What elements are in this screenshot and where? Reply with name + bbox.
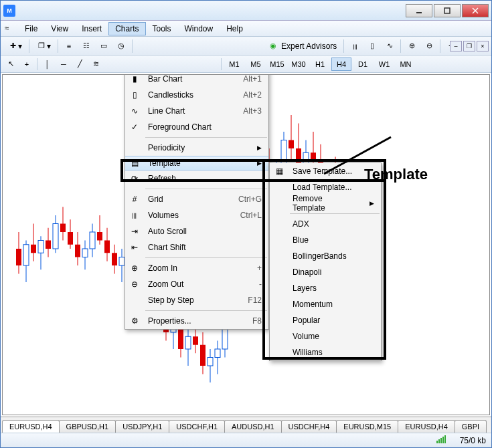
template-menu-item-dinapoli[interactable]: Dinapoli: [270, 264, 381, 280]
zoom-out-button[interactable]: ⊖: [421, 39, 437, 53]
volume-icon: ⫼: [125, 211, 144, 220]
template-menu-item-popular[interactable]: Popular: [270, 312, 381, 328]
minimize-button[interactable]: [406, 4, 432, 17]
menu-item-label: Remove Template: [289, 194, 356, 213]
menu-window[interactable]: Window: [178, 22, 220, 35]
chart-tab[interactable]: USDCHF,H1: [169, 420, 225, 433]
menu-item-label: Properties...: [144, 316, 239, 326]
trendline-button[interactable]: ╱: [72, 58, 87, 71]
mdi-minimize-button[interactable]: –: [450, 41, 462, 51]
toolbar-drawing: ↖ + │ ─ ╱ ≋ M1M5M15M30H1H4D1W1MN: [1, 55, 491, 73]
doc-icon: ≈: [5, 23, 15, 34]
vline-button[interactable]: │: [40, 58, 55, 71]
menu-item-shortcut: Ctrl+L: [227, 211, 262, 220]
menu-tools[interactable]: Tools: [146, 22, 178, 35]
chart-tab[interactable]: EURUSD,H4: [398, 420, 455, 433]
bar-chart-button[interactable]: ⫼: [347, 39, 363, 53]
charts-menu-item-bar-chart[interactable]: ▮Bar ChartAlt+1: [125, 74, 268, 87]
new-chart-button[interactable]: ✚▾: [3, 39, 26, 53]
template-menu-item-williams[interactable]: Williams: [270, 344, 381, 360]
template-menu-item-blue[interactable]: Blue: [270, 232, 381, 248]
timeframe-w1[interactable]: W1: [374, 58, 394, 71]
charts-menu-item-template[interactable]: ▤Template▶: [125, 156, 268, 171]
charts-menu-item-grid[interactable]: #GridCtrl+G: [125, 191, 268, 207]
charts-menu-item-auto-scroll[interactable]: ⇥Auto Scroll: [125, 223, 268, 239]
timeframe-d1[interactable]: D1: [353, 58, 373, 71]
market-watch-button[interactable]: ≡: [61, 39, 77, 53]
channel-icon: ≋: [90, 59, 101, 70]
chart-tab[interactable]: USDJPY,H1: [115, 420, 169, 433]
timeframe-mn[interactable]: MN: [396, 58, 416, 71]
charts-menu-item-line-chart[interactable]: ∿Line ChartAlt+3: [125, 103, 268, 119]
charts-menu-dropdown: ⨎Indicators ListCtrl+IObjects▶▮Bar Chart…: [125, 74, 269, 330]
chart-area[interactable]: ⨎Indicators ListCtrl+IObjects▶▮Bar Chart…: [2, 74, 490, 415]
charts-menu-item-step-by-step[interactable]: Step by StepF12: [125, 292, 268, 308]
timeframe-m15[interactable]: M15: [267, 58, 287, 71]
template-icon: ▤: [125, 158, 144, 168]
charts-menu-item-refresh[interactable]: ⟳Refresh: [125, 171, 268, 187]
close-button[interactable]: [462, 4, 489, 17]
chart-tab[interactable]: USDCHF,H4: [281, 420, 337, 433]
zoomin-icon: ⊕: [125, 263, 144, 273]
charts-menu-item-periodicity[interactable]: Periodicity▶: [125, 140, 268, 156]
navigator-button[interactable]: ☷: [78, 39, 94, 53]
crosshair-button[interactable]: +: [19, 58, 34, 71]
timeframe-h1[interactable]: H1: [310, 58, 330, 71]
list-icon: ≡: [64, 41, 74, 51]
statusbar: 75/0 kb: [1, 433, 491, 447]
profiles-button[interactable]: ❒▾: [32, 39, 55, 53]
timeframe-m30[interactable]: M30: [289, 58, 309, 71]
menu-insert[interactable]: Insert: [75, 22, 108, 35]
template-menu-item-layers[interactable]: Layers: [270, 280, 381, 296]
menu-item-shortcut: Alt+3: [230, 106, 262, 116]
line-icon: ∿: [384, 41, 395, 51]
charts-menu-item-properties[interactable]: ⚙Properties...F8: [125, 313, 268, 329]
charts-menu-item-zoom-in[interactable]: ⊕Zoom In+: [125, 260, 268, 276]
chart-tab[interactable]: EURUSD,M15: [336, 420, 398, 433]
mdi-restore-button[interactable]: ❐: [463, 41, 475, 51]
chart-tab[interactable]: GBPI: [455, 420, 487, 433]
template-menu-item-bollingerbands[interactable]: BollingerBands: [270, 248, 381, 264]
menu-charts[interactable]: Charts: [108, 22, 145, 35]
zoom-in-button[interactable]: ⊕: [404, 39, 420, 53]
submenu-arrow-icon: ▶: [244, 160, 262, 166]
charts-menu-item-candlesticks[interactable]: ▯CandlesticksAlt+2: [125, 87, 268, 103]
channel-button[interactable]: ≋: [88, 58, 103, 71]
menu-help[interactable]: Help: [220, 22, 250, 35]
charts-menu-item-foreground-chart[interactable]: ✓Foreground Chart: [125, 119, 268, 135]
crosshair-icon: +: [21, 59, 32, 70]
timeframe-m5[interactable]: M5: [246, 58, 266, 71]
menu-item-label: Periodicity: [144, 143, 244, 152]
hline-button[interactable]: ─: [56, 58, 71, 71]
menu-file[interactable]: File: [18, 22, 44, 35]
menu-item-label: Popular: [289, 316, 374, 325]
charts-menu-item-zoom-out[interactable]: ⊖Zoom Out-: [125, 276, 268, 292]
vline-icon: │: [42, 59, 53, 70]
expert-advisors-button[interactable]: ◉ Expert Advisors: [264, 39, 341, 53]
menu-item-label: Zoom In: [144, 263, 244, 273]
charts-menu-item-chart-shift[interactable]: ⇤Chart Shift: [125, 239, 268, 255]
charts-menu-item-volumes[interactable]: ⫼VolumesCtrl+L: [125, 207, 268, 223]
template-menu-item-volume[interactable]: Volume: [270, 328, 381, 344]
timeframe-h4[interactable]: H4: [331, 58, 351, 71]
cursor-button[interactable]: ↖: [3, 58, 18, 71]
line-icon: ∿: [125, 106, 144, 116]
chart-tab[interactable]: EURUSD,H4: [2, 420, 60, 433]
terminal-button[interactable]: ▭: [96, 39, 112, 53]
template-menu-item-adx[interactable]: ADX: [270, 216, 381, 232]
timeframe-m1[interactable]: M1: [224, 58, 244, 71]
zoomout-icon: ⊖: [125, 279, 144, 289]
line-chart-button[interactable]: ∿: [382, 39, 398, 53]
template-menu-item-momentum[interactable]: Momentum: [270, 296, 381, 312]
maximize-button[interactable]: [434, 4, 461, 17]
menu-item-label: Momentum: [289, 300, 374, 309]
candle-chart-button[interactable]: ▯: [364, 39, 380, 53]
clock-icon: ◷: [116, 41, 127, 51]
chart-tab[interactable]: GBPUSD,H1: [59, 420, 116, 433]
template-menu-item-remove-template[interactable]: Remove Template▶: [270, 195, 381, 211]
mdi-close-button[interactable]: ×: [477, 41, 489, 51]
tester-button[interactable]: ◷: [113, 39, 129, 53]
terminal-icon: ▭: [98, 41, 109, 51]
chart-tab[interactable]: AUDUSD,H1: [224, 420, 282, 433]
menu-view[interactable]: View: [44, 22, 75, 35]
